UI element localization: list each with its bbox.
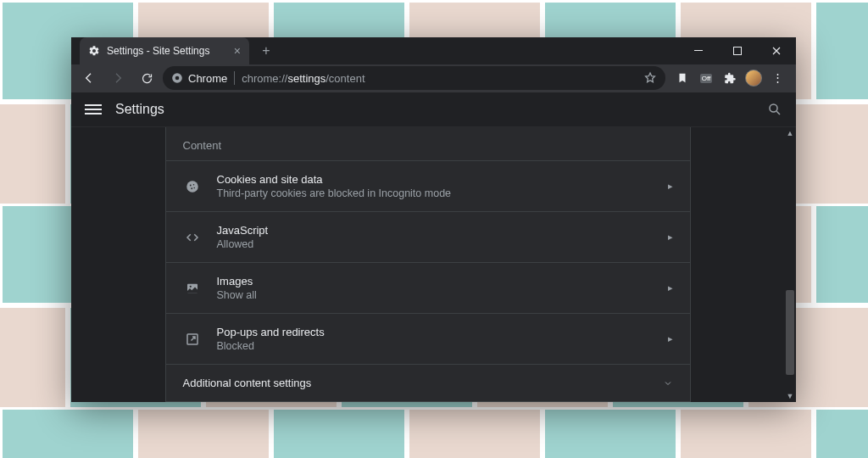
row-title: Images xyxy=(217,275,653,288)
chevron-right-icon: ▸ xyxy=(668,181,673,192)
row-popups[interactable]: Pop-ups and redirects Blocked ▸ xyxy=(166,313,690,364)
tab-settings[interactable]: Settings - Site Settings × xyxy=(80,37,249,64)
scroll-thumb[interactable] xyxy=(786,290,794,376)
svg-point-4 xyxy=(175,76,180,81)
url-text: chrome://settings/content xyxy=(242,72,364,85)
back-button[interactable] xyxy=(76,65,102,91)
row-cookies[interactable]: Cookies and site data Third-party cookie… xyxy=(166,160,690,211)
close-icon[interactable]: × xyxy=(234,45,241,57)
row-title: Cookies and site data xyxy=(217,173,653,186)
maximize-button[interactable] xyxy=(718,37,757,64)
row-title: JavaScript xyxy=(217,224,653,237)
page-title: Settings xyxy=(115,102,164,117)
profile-avatar[interactable] xyxy=(745,70,762,87)
row-javascript[interactable]: JavaScript Allowed ▸ xyxy=(166,211,690,262)
section-label: Content xyxy=(166,127,690,160)
svg-rect-2 xyxy=(734,47,742,55)
extensions-puzzle-icon[interactable] xyxy=(721,70,738,87)
new-tab-button[interactable]: + xyxy=(254,39,278,63)
gear-icon xyxy=(88,45,100,57)
scroll-track[interactable] xyxy=(784,139,796,390)
extension-icons: Off ⋮ xyxy=(669,70,791,87)
browser-menu-button[interactable]: ⋮ xyxy=(769,70,786,87)
reload-button[interactable] xyxy=(134,65,159,91)
svg-point-9 xyxy=(191,187,192,189)
content-area: Content Cookies and site data Third-part… xyxy=(71,127,796,402)
divider xyxy=(234,71,235,85)
tab-strip: Settings - Site Settings × + xyxy=(71,37,796,64)
settings-panel: Content Cookies and site data Third-part… xyxy=(71,127,784,402)
settings-app-bar: Settings xyxy=(71,92,796,127)
svg-rect-1 xyxy=(694,50,703,51)
close-window-button[interactable] xyxy=(757,37,796,64)
scroll-up-arrow[interactable]: ▲ xyxy=(784,127,796,139)
row-subtitle: Allowed xyxy=(217,238,653,250)
browser-toolbar: Chrome chrome://settings/content Off ⋮ xyxy=(71,64,796,92)
row-subtitle: Third-party cookies are blocked in Incog… xyxy=(217,187,653,199)
chevron-down-icon xyxy=(663,378,673,388)
chevron-right-icon: ▸ xyxy=(668,282,673,293)
extension-off-badge[interactable]: Off xyxy=(698,70,715,87)
row-title: Additional content settings xyxy=(183,377,648,389)
chevron-right-icon: ▸ xyxy=(668,333,673,344)
minimize-button[interactable] xyxy=(679,37,718,64)
svg-point-5 xyxy=(770,104,777,112)
image-icon xyxy=(183,281,202,296)
row-title: Pop-ups and redirects xyxy=(217,326,653,338)
menu-icon[interactable] xyxy=(85,101,102,118)
svg-point-6 xyxy=(186,181,198,193)
row-additional[interactable]: Additional content settings xyxy=(166,364,690,401)
scroll-down-arrow[interactable]: ▼ xyxy=(784,390,796,402)
browser-window: Settings - Site Settings × + xyxy=(71,37,796,402)
cookie-icon xyxy=(183,179,202,194)
svg-point-7 xyxy=(189,184,191,186)
chrome-icon xyxy=(171,72,183,84)
vertical-scrollbar[interactable]: ▲ ▼ xyxy=(784,127,796,402)
chevron-right-icon: ▸ xyxy=(668,232,673,243)
svg-point-10 xyxy=(193,187,195,188)
bookmark-extension-icon[interactable] xyxy=(674,70,691,87)
forward-button[interactable] xyxy=(105,65,131,91)
svg-point-8 xyxy=(192,184,194,186)
row-subtitle: Show all xyxy=(217,289,653,301)
row-images[interactable]: Images Show all ▸ xyxy=(166,262,690,313)
open-in-new-icon xyxy=(183,332,202,347)
code-icon xyxy=(183,230,202,245)
address-bar[interactable]: Chrome chrome://settings/content xyxy=(163,66,665,90)
bookmark-star-icon[interactable] xyxy=(643,71,657,85)
window-controls xyxy=(679,37,796,64)
content-card: Content Cookies and site data Third-part… xyxy=(165,127,691,402)
svg-point-12 xyxy=(189,285,191,287)
secure-chip: Chrome xyxy=(171,72,227,85)
tab-title: Settings - Site Settings xyxy=(107,45,227,57)
row-subtitle: Blocked xyxy=(217,340,653,352)
secure-chip-label: Chrome xyxy=(188,72,227,85)
search-button[interactable] xyxy=(767,102,782,117)
